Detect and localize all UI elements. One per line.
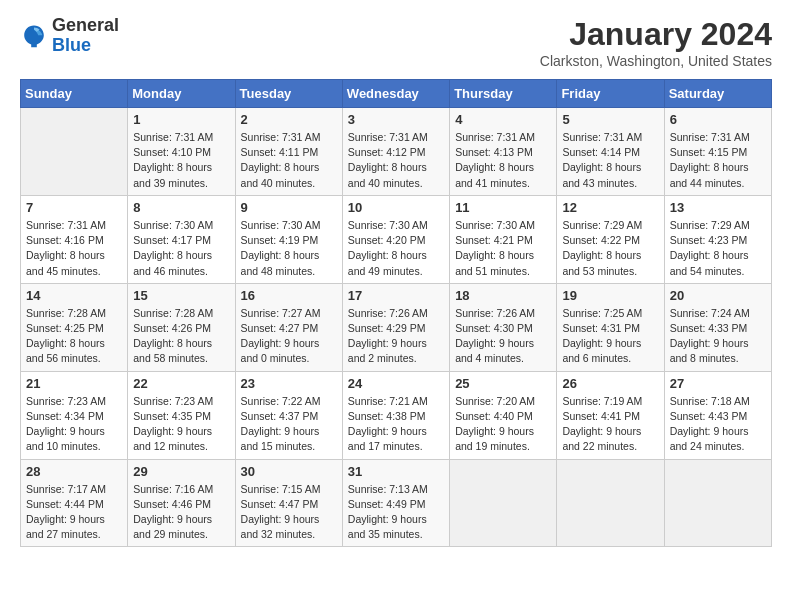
calendar-cell: 6Sunrise: 7:31 AMSunset: 4:15 PMDaylight… bbox=[664, 108, 771, 196]
day-info: Sunrise: 7:18 AMSunset: 4:43 PMDaylight:… bbox=[670, 394, 766, 455]
calendar-cell: 15Sunrise: 7:28 AMSunset: 4:26 PMDayligh… bbox=[128, 283, 235, 371]
day-number: 3 bbox=[348, 112, 444, 127]
calendar-cell: 26Sunrise: 7:19 AMSunset: 4:41 PMDayligh… bbox=[557, 371, 664, 459]
day-info: Sunrise: 7:28 AMSunset: 4:25 PMDaylight:… bbox=[26, 306, 122, 367]
calendar-cell: 17Sunrise: 7:26 AMSunset: 4:29 PMDayligh… bbox=[342, 283, 449, 371]
day-info: Sunrise: 7:27 AMSunset: 4:27 PMDaylight:… bbox=[241, 306, 337, 367]
day-number: 19 bbox=[562, 288, 658, 303]
calendar-table: SundayMondayTuesdayWednesdayThursdayFrid… bbox=[20, 79, 772, 547]
day-number: 29 bbox=[133, 464, 229, 479]
calendar-cell: 30Sunrise: 7:15 AMSunset: 4:47 PMDayligh… bbox=[235, 459, 342, 547]
calendar-cell bbox=[21, 108, 128, 196]
calendar-header-saturday: Saturday bbox=[664, 80, 771, 108]
day-info: Sunrise: 7:29 AMSunset: 4:22 PMDaylight:… bbox=[562, 218, 658, 279]
day-number: 30 bbox=[241, 464, 337, 479]
calendar-cell: 3Sunrise: 7:31 AMSunset: 4:12 PMDaylight… bbox=[342, 108, 449, 196]
day-info: Sunrise: 7:22 AMSunset: 4:37 PMDaylight:… bbox=[241, 394, 337, 455]
day-info: Sunrise: 7:24 AMSunset: 4:33 PMDaylight:… bbox=[670, 306, 766, 367]
calendar-cell: 12Sunrise: 7:29 AMSunset: 4:22 PMDayligh… bbox=[557, 195, 664, 283]
calendar-cell bbox=[450, 459, 557, 547]
calendar-cell: 31Sunrise: 7:13 AMSunset: 4:49 PMDayligh… bbox=[342, 459, 449, 547]
day-number: 8 bbox=[133, 200, 229, 215]
logo-icon bbox=[20, 22, 48, 50]
calendar-cell: 20Sunrise: 7:24 AMSunset: 4:33 PMDayligh… bbox=[664, 283, 771, 371]
day-info: Sunrise: 7:17 AMSunset: 4:44 PMDaylight:… bbox=[26, 482, 122, 543]
day-info: Sunrise: 7:31 AMSunset: 4:12 PMDaylight:… bbox=[348, 130, 444, 191]
calendar-cell bbox=[557, 459, 664, 547]
day-number: 31 bbox=[348, 464, 444, 479]
logo-general-text: General bbox=[52, 15, 119, 35]
calendar-cell: 29Sunrise: 7:16 AMSunset: 4:46 PMDayligh… bbox=[128, 459, 235, 547]
day-info: Sunrise: 7:31 AMSunset: 4:13 PMDaylight:… bbox=[455, 130, 551, 191]
calendar-cell: 21Sunrise: 7:23 AMSunset: 4:34 PMDayligh… bbox=[21, 371, 128, 459]
calendar-cell: 16Sunrise: 7:27 AMSunset: 4:27 PMDayligh… bbox=[235, 283, 342, 371]
day-number: 9 bbox=[241, 200, 337, 215]
calendar-cell: 24Sunrise: 7:21 AMSunset: 4:38 PMDayligh… bbox=[342, 371, 449, 459]
calendar-cell: 10Sunrise: 7:30 AMSunset: 4:20 PMDayligh… bbox=[342, 195, 449, 283]
calendar-header-wednesday: Wednesday bbox=[342, 80, 449, 108]
calendar-cell bbox=[664, 459, 771, 547]
calendar-cell: 28Sunrise: 7:17 AMSunset: 4:44 PMDayligh… bbox=[21, 459, 128, 547]
day-number: 5 bbox=[562, 112, 658, 127]
day-info: Sunrise: 7:31 AMSunset: 4:11 PMDaylight:… bbox=[241, 130, 337, 191]
day-info: Sunrise: 7:20 AMSunset: 4:40 PMDaylight:… bbox=[455, 394, 551, 455]
page-header: General Blue January 2024 Clarkston, Was… bbox=[20, 16, 772, 69]
day-info: Sunrise: 7:30 AMSunset: 4:21 PMDaylight:… bbox=[455, 218, 551, 279]
day-number: 14 bbox=[26, 288, 122, 303]
day-info: Sunrise: 7:21 AMSunset: 4:38 PMDaylight:… bbox=[348, 394, 444, 455]
calendar-week-row: 7Sunrise: 7:31 AMSunset: 4:16 PMDaylight… bbox=[21, 195, 772, 283]
day-info: Sunrise: 7:31 AMSunset: 4:15 PMDaylight:… bbox=[670, 130, 766, 191]
day-info: Sunrise: 7:16 AMSunset: 4:46 PMDaylight:… bbox=[133, 482, 229, 543]
day-number: 7 bbox=[26, 200, 122, 215]
calendar-cell: 5Sunrise: 7:31 AMSunset: 4:14 PMDaylight… bbox=[557, 108, 664, 196]
day-number: 17 bbox=[348, 288, 444, 303]
day-info: Sunrise: 7:15 AMSunset: 4:47 PMDaylight:… bbox=[241, 482, 337, 543]
calendar-cell: 25Sunrise: 7:20 AMSunset: 4:40 PMDayligh… bbox=[450, 371, 557, 459]
calendar-cell: 4Sunrise: 7:31 AMSunset: 4:13 PMDaylight… bbox=[450, 108, 557, 196]
location-text: Clarkston, Washington, United States bbox=[540, 53, 772, 69]
calendar-header-row: SundayMondayTuesdayWednesdayThursdayFrid… bbox=[21, 80, 772, 108]
day-number: 23 bbox=[241, 376, 337, 391]
day-number: 22 bbox=[133, 376, 229, 391]
calendar-cell: 19Sunrise: 7:25 AMSunset: 4:31 PMDayligh… bbox=[557, 283, 664, 371]
calendar-header-tuesday: Tuesday bbox=[235, 80, 342, 108]
day-info: Sunrise: 7:31 AMSunset: 4:14 PMDaylight:… bbox=[562, 130, 658, 191]
day-number: 4 bbox=[455, 112, 551, 127]
calendar-cell: 13Sunrise: 7:29 AMSunset: 4:23 PMDayligh… bbox=[664, 195, 771, 283]
day-info: Sunrise: 7:26 AMSunset: 4:30 PMDaylight:… bbox=[455, 306, 551, 367]
calendar-cell: 1Sunrise: 7:31 AMSunset: 4:10 PMDaylight… bbox=[128, 108, 235, 196]
calendar-cell: 14Sunrise: 7:28 AMSunset: 4:25 PMDayligh… bbox=[21, 283, 128, 371]
day-number: 24 bbox=[348, 376, 444, 391]
day-number: 1 bbox=[133, 112, 229, 127]
calendar-cell: 2Sunrise: 7:31 AMSunset: 4:11 PMDaylight… bbox=[235, 108, 342, 196]
day-number: 21 bbox=[26, 376, 122, 391]
day-number: 12 bbox=[562, 200, 658, 215]
day-number: 18 bbox=[455, 288, 551, 303]
logo-text: General Blue bbox=[52, 16, 119, 56]
day-number: 15 bbox=[133, 288, 229, 303]
calendar-cell: 18Sunrise: 7:26 AMSunset: 4:30 PMDayligh… bbox=[450, 283, 557, 371]
day-info: Sunrise: 7:30 AMSunset: 4:19 PMDaylight:… bbox=[241, 218, 337, 279]
day-number: 28 bbox=[26, 464, 122, 479]
calendar-header-sunday: Sunday bbox=[21, 80, 128, 108]
calendar-cell: 9Sunrise: 7:30 AMSunset: 4:19 PMDaylight… bbox=[235, 195, 342, 283]
day-number: 16 bbox=[241, 288, 337, 303]
day-info: Sunrise: 7:13 AMSunset: 4:49 PMDaylight:… bbox=[348, 482, 444, 543]
day-info: Sunrise: 7:30 AMSunset: 4:20 PMDaylight:… bbox=[348, 218, 444, 279]
day-info: Sunrise: 7:19 AMSunset: 4:41 PMDaylight:… bbox=[562, 394, 658, 455]
day-info: Sunrise: 7:29 AMSunset: 4:23 PMDaylight:… bbox=[670, 218, 766, 279]
calendar-header-friday: Friday bbox=[557, 80, 664, 108]
day-info: Sunrise: 7:23 AMSunset: 4:34 PMDaylight:… bbox=[26, 394, 122, 455]
calendar-week-row: 28Sunrise: 7:17 AMSunset: 4:44 PMDayligh… bbox=[21, 459, 772, 547]
calendar-cell: 11Sunrise: 7:30 AMSunset: 4:21 PMDayligh… bbox=[450, 195, 557, 283]
calendar-cell: 27Sunrise: 7:18 AMSunset: 4:43 PMDayligh… bbox=[664, 371, 771, 459]
day-info: Sunrise: 7:30 AMSunset: 4:17 PMDaylight:… bbox=[133, 218, 229, 279]
day-info: Sunrise: 7:25 AMSunset: 4:31 PMDaylight:… bbox=[562, 306, 658, 367]
calendar-cell: 22Sunrise: 7:23 AMSunset: 4:35 PMDayligh… bbox=[128, 371, 235, 459]
logo-blue-text: Blue bbox=[52, 35, 91, 55]
day-info: Sunrise: 7:28 AMSunset: 4:26 PMDaylight:… bbox=[133, 306, 229, 367]
calendar-week-row: 1Sunrise: 7:31 AMSunset: 4:10 PMDaylight… bbox=[21, 108, 772, 196]
calendar-cell: 23Sunrise: 7:22 AMSunset: 4:37 PMDayligh… bbox=[235, 371, 342, 459]
calendar-cell: 8Sunrise: 7:30 AMSunset: 4:17 PMDaylight… bbox=[128, 195, 235, 283]
calendar-header-monday: Monday bbox=[128, 80, 235, 108]
